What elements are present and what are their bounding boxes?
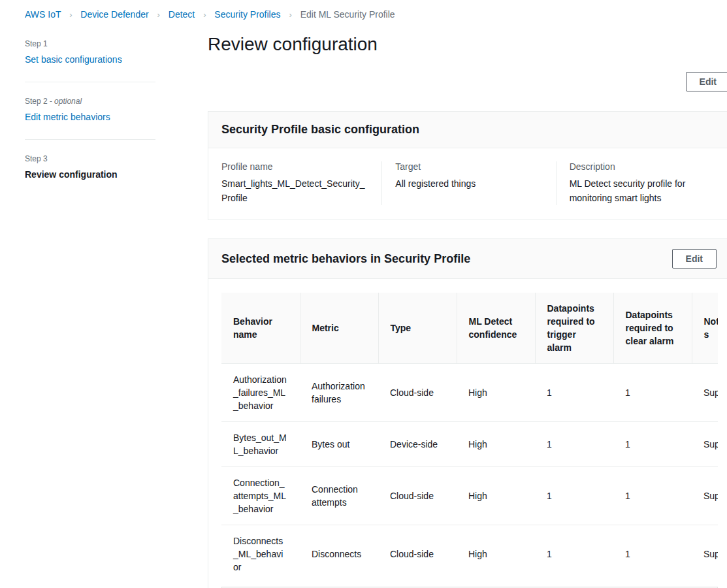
- table-cell: 1: [535, 364, 613, 422]
- table-header-row: Behavior nameMetricTypeML Detect confide…: [221, 293, 718, 364]
- page-layout: Step 1 Set basic configurations Step 2- …: [0, 26, 727, 588]
- behaviors-table-viewport: Behavior nameMetricTypeML Detect confide…: [221, 293, 718, 587]
- basic-configuration-panel: Security Profile basic configuration Pro…: [208, 111, 727, 220]
- table-row: Bytes_out_ML_behaviorBytes outDevice-sid…: [221, 422, 718, 467]
- step-group-2: Step 2- optional Edit metric behaviors: [25, 82, 155, 140]
- table-cell: Cloud-side: [378, 364, 457, 422]
- step-2-label: Step 2- optional: [25, 97, 155, 106]
- table-cell: Suppressed: [692, 467, 718, 525]
- breadcrumb: AWS IoT › Device Defender › Detect › Sec…: [0, 0, 727, 26]
- table-cell: Suppressed: [692, 525, 718, 583]
- table-row: Connection_attempts_ML_behaviorConnectio…: [221, 467, 718, 525]
- breadcrumb-link-aws-iot[interactable]: AWS IoT: [25, 9, 61, 20]
- table-cell: 1: [613, 422, 692, 467]
- column-header: Datapoints required to clear alarm: [613, 293, 692, 364]
- page-edit-row: Edit: [208, 72, 727, 91]
- field-target: Target All registered things: [381, 161, 555, 205]
- step-group-3: Step 3 Review configuration: [25, 140, 155, 197]
- step-3-label: Step 3: [25, 154, 155, 163]
- table-cell: Connection attempts: [300, 467, 378, 525]
- column-header: Type: [378, 293, 457, 364]
- table-cell: Connection_attempts_ML_behavior: [221, 467, 300, 525]
- breadcrumb-link-device-defender[interactable]: Device Defender: [80, 9, 148, 20]
- breadcrumb-link-security-profiles[interactable]: Security Profiles: [214, 9, 280, 20]
- table-cell: Authorization_failures_ML_behavior: [221, 364, 300, 422]
- table-cell: High: [457, 422, 535, 467]
- table-row: Authorization_failures_ML_behaviorAuthor…: [221, 364, 718, 422]
- table-cell: Bytes_out_ML_behavior: [221, 422, 300, 467]
- basic-configuration-fields: Profile name Smart_lights_ML_Detect_Secu…: [208, 148, 727, 220]
- selected-metric-behaviors-panel-title: Selected metric behaviors in Security Pr…: [221, 252, 470, 266]
- basic-configuration-panel-title: Security Profile basic configuration: [221, 123, 419, 137]
- column-header: Metric: [300, 293, 378, 364]
- sidebar-item-review-configuration: Review configuration: [25, 169, 118, 180]
- main-content: Review configuration Edit Security Profi…: [208, 26, 727, 588]
- field-label: Profile name: [221, 161, 368, 172]
- table-cell: 1: [535, 467, 613, 525]
- column-header: Notifications: [692, 293, 718, 364]
- field-value: All registered things: [395, 176, 542, 191]
- page-title: Review configuration: [208, 34, 727, 55]
- table-cell: 1: [535, 525, 613, 583]
- column-header: Behavior name: [221, 293, 300, 364]
- table-cell: Authorization failures: [300, 364, 378, 422]
- field-label: Target: [395, 161, 542, 172]
- table-cell: 1: [613, 364, 692, 422]
- step-1-label: Step 1: [25, 39, 155, 48]
- table-cell: Suppressed: [692, 364, 718, 422]
- step-group-1: Step 1 Set basic configurations: [25, 34, 155, 82]
- table-cell: Bytes out: [300, 422, 378, 467]
- table-cell: 1: [535, 422, 613, 467]
- breadcrumb-separator-icon: ›: [203, 10, 206, 20]
- table-cell: 1: [613, 467, 692, 525]
- table-cell: High: [457, 364, 535, 422]
- table-cell: Device-side: [378, 422, 457, 467]
- selected-metric-behaviors-panel-header: Selected metric behaviors in Security Pr…: [208, 239, 727, 279]
- behaviors-table: Behavior nameMetricTypeML Detect confide…: [221, 293, 718, 583]
- breadcrumb-link-detect[interactable]: Detect: [169, 9, 195, 20]
- steps-sidebar: Step 1 Set basic configurations Step 2- …: [25, 26, 155, 197]
- table-cell: Suppressed: [692, 422, 718, 467]
- breadcrumb-current-page: Edit ML Security Profile: [300, 9, 395, 20]
- table-row: Disconnects_ML_behaviorDisconnectsCloud-…: [221, 525, 718, 583]
- sidebar-item-set-basic-configurations[interactable]: Set basic configurations: [25, 54, 122, 65]
- table-cell: High: [457, 467, 535, 525]
- field-label: Description: [570, 161, 717, 172]
- edit-basic-configuration-button[interactable]: Edit: [686, 72, 727, 91]
- field-description: Description ML Detect security profile f…: [556, 161, 727, 205]
- edit-metric-behaviors-button[interactable]: Edit: [672, 249, 717, 269]
- sidebar-item-edit-metric-behaviors[interactable]: Edit metric behaviors: [25, 112, 110, 122]
- breadcrumb-separator-icon: ›: [289, 10, 291, 20]
- selected-metric-behaviors-panel: Selected metric behaviors in Security Pr…: [208, 238, 727, 588]
- table-cell: High: [457, 525, 535, 583]
- column-header: Datapoints required to trigger alarm: [535, 293, 613, 364]
- breadcrumb-separator-icon: ›: [157, 10, 160, 20]
- column-header: ML Detect confidence: [457, 293, 535, 364]
- table-cell: 1: [613, 525, 692, 583]
- table-cell: Disconnects_ML_behavior: [221, 525, 300, 583]
- field-value: Smart_lights_ML_Detect_Security_Profile: [221, 176, 368, 205]
- table-cell: Disconnects: [300, 525, 378, 583]
- field-value: ML Detect security profile for monitorin…: [570, 176, 717, 205]
- behaviors-table-area: Behavior nameMetricTypeML Detect confide…: [208, 279, 727, 588]
- basic-configuration-panel-header: Security Profile basic configuration: [208, 112, 727, 148]
- table-cell: Cloud-side: [378, 525, 457, 583]
- table-cell: Cloud-side: [378, 467, 457, 525]
- breadcrumb-separator-icon: ›: [69, 10, 72, 20]
- field-profile-name: Profile name Smart_lights_ML_Detect_Secu…: [208, 161, 381, 205]
